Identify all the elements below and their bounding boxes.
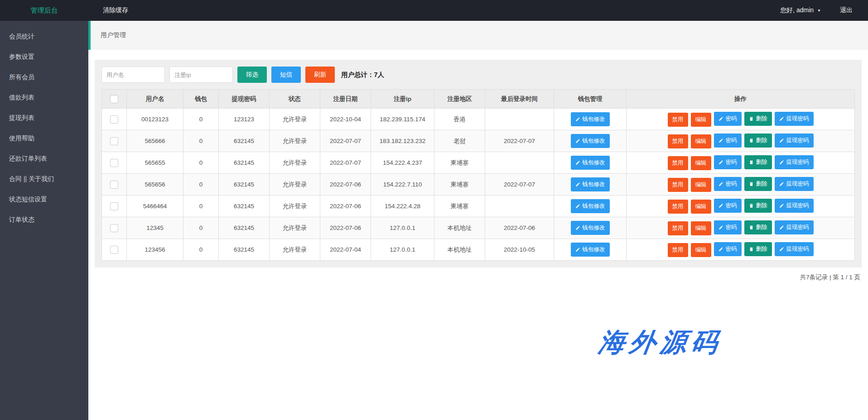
withdraw-password-button[interactable]: 提现密码	[775, 242, 814, 256]
pencil-icon	[719, 203, 723, 208]
edit-button[interactable]: 编辑	[691, 200, 711, 214]
sidebar-item-1[interactable]: 参数设置	[0, 47, 88, 67]
username-cell: 5466464	[127, 196, 183, 217]
row-select-cell	[102, 152, 127, 174]
row-checkbox[interactable]	[110, 224, 118, 232]
wallet-edit-button[interactable]: 钱包修改	[571, 156, 610, 170]
delete-button[interactable]: 删除	[744, 134, 772, 148]
wallet-edit-button[interactable]: 钱包修改	[571, 221, 610, 235]
refresh-button[interactable]: 刷新	[305, 67, 335, 83]
wallet-manage-cell: 钱包修改	[554, 239, 627, 261]
withdraw-password-button[interactable]: 提现密码	[775, 134, 814, 148]
sidebar-item-2[interactable]: 所有会员	[0, 67, 88, 87]
password-button[interactable]: 密码	[714, 112, 742, 126]
password-button[interactable]: 密码	[714, 220, 742, 234]
select-all-checkbox[interactable]	[110, 95, 118, 103]
password-button[interactable]: 密码	[714, 242, 742, 256]
delete-button[interactable]: 删除	[744, 199, 772, 213]
reg-date-cell: 2022-07-06	[320, 174, 371, 196]
delete-button[interactable]: 删除	[744, 220, 772, 234]
column-header: 提现密码	[219, 90, 270, 109]
wallet-edit-button[interactable]: 钱包修改	[571, 199, 610, 213]
row-checkbox[interactable]	[110, 202, 118, 210]
username-cell: 565656	[127, 174, 183, 196]
user-menu[interactable]: 您好, admin ▼	[780, 6, 821, 14]
status-cell: 允许登录	[270, 174, 320, 196]
sidebar-item-4[interactable]: 提现列表	[0, 108, 88, 128]
row-checkbox[interactable]	[110, 137, 118, 145]
withdraw-password-button[interactable]: 提现密码	[775, 112, 814, 126]
wallet-edit-button[interactable]: 钱包修改	[571, 134, 610, 148]
edit-button[interactable]: 编辑	[691, 134, 711, 148]
edit-button[interactable]: 编辑	[691, 113, 711, 127]
actions-cell: 禁用编辑密码删除提现密码	[627, 152, 855, 174]
delete-button[interactable]: 删除	[744, 112, 772, 126]
wallet-edit-button[interactable]: 钱包修改	[571, 177, 610, 191]
content-area: 用户管理 筛选 短信 刷新 用户总计：7人	[88, 21, 868, 420]
sidebar-item-9[interactable]: 订单状态	[0, 210, 88, 230]
disable-button[interactable]: 禁用	[668, 134, 688, 148]
sidebar: 会员统计参数设置所有会员借款列表提现列表使用帮助还款订单列表合同 || 关于我们…	[0, 21, 88, 420]
delete-button[interactable]: 删除	[744, 177, 772, 191]
pencil-icon	[575, 182, 580, 187]
table-row: 123450632145允许登录2022-07-06127.0.0.1本机地址2…	[102, 217, 855, 239]
reg-ip-input[interactable]	[169, 67, 233, 83]
sidebar-item-5[interactable]: 使用帮助	[0, 128, 88, 148]
wallet-edit-button[interactable]: 钱包修改	[571, 243, 610, 257]
username-cell: 00123123	[127, 109, 183, 130]
reg-ip-cell: 182.239.115.174	[371, 109, 434, 130]
column-header: 注册地区	[434, 90, 485, 109]
password-button[interactable]: 密码	[714, 199, 742, 213]
sidebar-item-0[interactable]: 会员统计	[0, 26, 88, 47]
pagination: 共7条记录 | 第 1 / 1 页	[95, 273, 862, 282]
delete-button[interactable]: 删除	[744, 155, 772, 169]
status-cell: 允许登录	[270, 152, 320, 174]
wallet-edit-button[interactable]: 钱包修改	[571, 112, 610, 126]
disable-button[interactable]: 禁用	[668, 113, 688, 127]
password-button[interactable]: 密码	[714, 134, 742, 148]
withdraw-password-button[interactable]: 提现密码	[775, 155, 814, 169]
row-checkbox[interactable]	[110, 159, 118, 167]
filter-row: 筛选 短信 刷新 用户总计：7人	[101, 67, 855, 83]
sms-button[interactable]: 短信	[271, 67, 301, 83]
main-panel-wrap: 筛选 短信 刷新 用户总计：7人	[88, 50, 868, 282]
row-checkbox[interactable]	[110, 115, 118, 124]
edit-button[interactable]: 编辑	[691, 243, 711, 257]
clear-cache-button[interactable]: 清除缓存	[103, 6, 128, 14]
brand-title[interactable]: 管理后台	[0, 6, 88, 15]
row-checkbox[interactable]	[110, 181, 118, 189]
row-select-cell	[102, 239, 127, 261]
last-login-cell: 2022-07-07	[485, 174, 554, 196]
withdraw-password-button[interactable]: 提现密码	[775, 177, 814, 191]
withdraw-password-button[interactable]: 提现密码	[775, 199, 814, 213]
sidebar-item-3[interactable]: 借款列表	[0, 87, 88, 108]
sidebar-item-7[interactable]: 合同 || 关于我们	[0, 169, 88, 189]
row-checkbox[interactable]	[110, 246, 118, 254]
withdraw-password-button[interactable]: 提现密码	[775, 220, 814, 234]
edit-button[interactable]: 编辑	[691, 156, 711, 170]
logout-button[interactable]: 退出	[840, 6, 853, 14]
wallet-cell: 0	[183, 109, 219, 130]
password-button[interactable]: 密码	[714, 155, 742, 169]
username-input[interactable]	[101, 67, 165, 83]
delete-button[interactable]: 删除	[744, 242, 772, 256]
wallet-manage-cell: 钱包修改	[554, 152, 627, 174]
disable-button[interactable]: 禁用	[668, 221, 688, 235]
reg-date-cell: 2022-07-06	[320, 196, 371, 217]
edit-button[interactable]: 编辑	[691, 178, 711, 192]
sidebar-item-6[interactable]: 还款订单列表	[0, 148, 88, 169]
disable-button[interactable]: 禁用	[668, 200, 688, 214]
edit-button[interactable]: 编辑	[691, 221, 711, 235]
filter-button[interactable]: 筛选	[237, 67, 267, 83]
table-row: 5656560632145允许登录2022-07-06154.222.7.110…	[102, 174, 855, 196]
reg-ip-cell: 154.222.4.28	[371, 196, 434, 217]
disable-button[interactable]: 禁用	[668, 156, 688, 170]
pencil-icon	[719, 247, 723, 252]
username-cell: 565666	[127, 130, 183, 152]
trash-icon	[749, 138, 754, 143]
disable-button[interactable]: 禁用	[668, 243, 688, 257]
sidebar-item-8[interactable]: 状态短信设置	[0, 189, 88, 210]
password-button[interactable]: 密码	[714, 177, 742, 191]
disable-button[interactable]: 禁用	[668, 178, 688, 192]
table-row: 001231230123123允许登录2022-10-04182.239.115…	[102, 109, 855, 130]
